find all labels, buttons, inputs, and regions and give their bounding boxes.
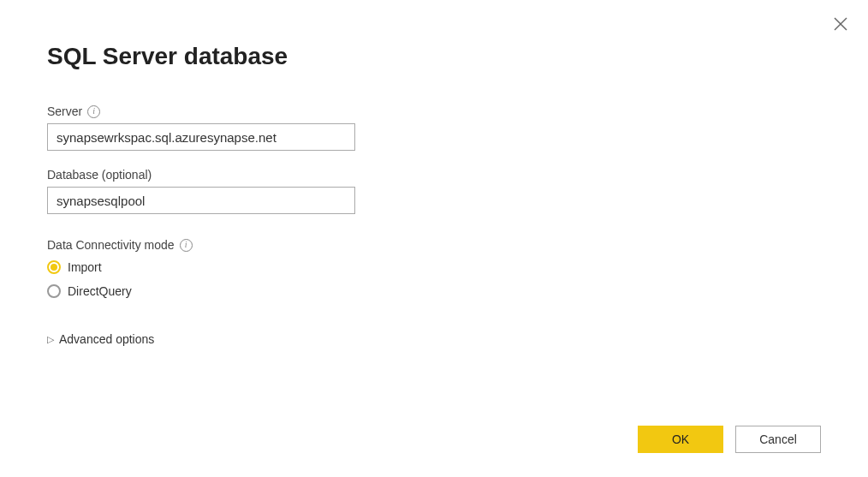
connectivity-label: Data Connectivity mode <box>47 238 175 252</box>
ok-button[interactable]: OK <box>638 426 723 453</box>
connectivity-radio-group: Import DirectQuery <box>47 260 821 298</box>
server-field-group: Server i <box>47 104 821 151</box>
advanced-options-toggle[interactable]: ▷ Advanced options <box>47 332 821 346</box>
database-label: Database (optional) <box>47 168 152 182</box>
database-field-group: Database (optional) <box>47 168 821 214</box>
database-label-row: Database (optional) <box>47 168 821 182</box>
radio-import-label: Import <box>68 260 102 274</box>
server-input[interactable] <box>47 123 355 151</box>
radio-directquery-label: DirectQuery <box>68 284 132 298</box>
server-label: Server <box>47 104 82 118</box>
connectivity-label-row: Data Connectivity mode i <box>47 238 821 252</box>
chevron-right-icon: ▷ <box>47 334 54 345</box>
radio-button-icon <box>47 284 61 298</box>
advanced-options-label: Advanced options <box>59 332 154 346</box>
radio-button-icon <box>47 260 61 274</box>
radio-directquery[interactable]: DirectQuery <box>47 284 821 298</box>
info-icon[interactable]: i <box>180 239 193 252</box>
dialog-title: SQL Server database <box>47 43 821 70</box>
cancel-button[interactable]: Cancel <box>735 426 821 453</box>
database-input[interactable] <box>47 187 355 214</box>
radio-import[interactable]: Import <box>47 260 821 274</box>
dialog-button-row: OK Cancel <box>638 426 821 453</box>
close-icon <box>832 15 849 33</box>
info-icon[interactable]: i <box>87 105 100 118</box>
close-button[interactable] <box>832 15 849 33</box>
sql-server-dialog: SQL Server database Server i Database (o… <box>0 0 868 477</box>
server-label-row: Server i <box>47 104 821 118</box>
